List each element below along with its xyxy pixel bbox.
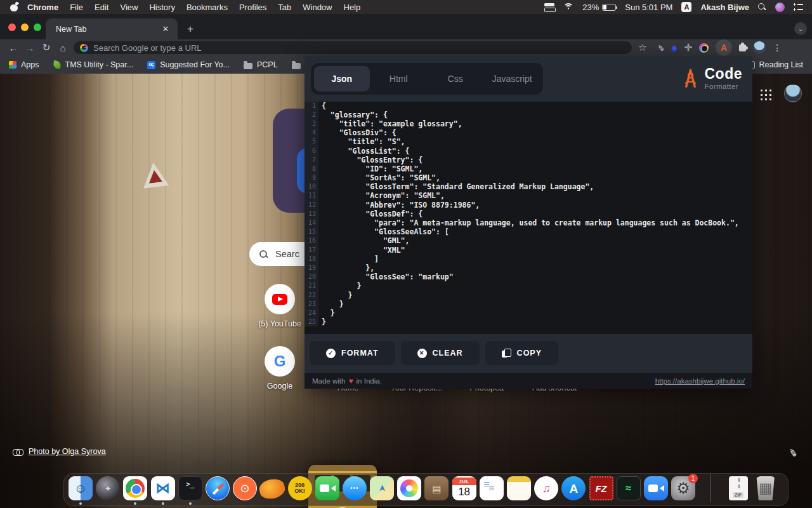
dock-item-chrome[interactable] bbox=[122, 474, 148, 505]
photo-credit-link[interactable]: Photo by Olga Syrova bbox=[29, 447, 106, 456]
window-minimize-button[interactable] bbox=[21, 23, 29, 31]
dock-item-notes[interactable] bbox=[506, 474, 532, 505]
extension-camera-icon[interactable] bbox=[699, 43, 709, 53]
bookmark-apps[interactable]: Apps bbox=[9, 60, 39, 69]
input-source-badge[interactable]: A bbox=[681, 2, 691, 12]
code-text: } bbox=[318, 300, 344, 309]
dock-item-postman[interactable]: ⊙ bbox=[232, 474, 258, 505]
action-button-copy[interactable]: COPY bbox=[485, 341, 558, 365]
dock-item-zeplin[interactable] bbox=[259, 474, 285, 505]
window-zoom-button[interactable] bbox=[34, 23, 41, 31]
extensions-puzzle-icon[interactable] bbox=[739, 44, 746, 51]
window-close-button[interactable] bbox=[8, 23, 16, 31]
menu-item[interactable]: Profiles bbox=[239, 3, 266, 12]
dock-item-facetime[interactable] bbox=[315, 474, 340, 505]
dock-item-music[interactable]: ♫ bbox=[534, 474, 559, 505]
battery-status[interactable]: 23% bbox=[582, 3, 616, 12]
dock-item-trash[interactable]: ▦ bbox=[753, 474, 778, 505]
menu-item[interactable]: Edit bbox=[95, 3, 108, 12]
menu-user-name[interactable]: Akash Bijwe bbox=[700, 3, 749, 12]
dock-item-maps[interactable]: ➤ bbox=[369, 474, 395, 505]
code-line: 7 "GlossEntry": { bbox=[304, 156, 752, 164]
language-tab-json[interactable]: Json bbox=[314, 66, 370, 91]
dock-item-activity-monitor[interactable]: ≈ bbox=[616, 474, 641, 505]
siri-icon[interactable] bbox=[775, 3, 785, 12]
extension-layers-icon[interactable]: ◆ bbox=[671, 44, 677, 51]
wifi-icon[interactable] bbox=[563, 3, 573, 11]
reading-list-label: Reading List bbox=[759, 60, 804, 69]
line-number: 25 bbox=[304, 318, 318, 326]
menu-item[interactable]: File bbox=[70, 3, 83, 12]
shortcut-youtube[interactable]: (5) YouTube bbox=[249, 284, 310, 328]
brand-subtitle: Formatter bbox=[705, 83, 743, 91]
back-button[interactable]: ← bbox=[5, 43, 22, 53]
browser-profile-avatar[interactable] bbox=[753, 41, 766, 54]
dock-app-icon: ≡ bbox=[480, 476, 504, 500]
dock-item-terminal[interactable]: >_ bbox=[178, 474, 203, 505]
menu-item[interactable]: Tab bbox=[278, 3, 291, 12]
code-text: "GlossTerm": "Standard Generalized Marku… bbox=[318, 182, 594, 191]
menu-app-name[interactable]: Chrome bbox=[27, 3, 58, 12]
spotlight-search-icon[interactable] bbox=[758, 3, 766, 11]
dock-item-messages[interactable]: ••• bbox=[342, 474, 367, 505]
apple-menu-icon[interactable] bbox=[10, 3, 18, 11]
new-tab-button[interactable]: + bbox=[183, 22, 198, 37]
dock-item-zip-file[interactable]: ZIP bbox=[726, 474, 751, 505]
dock-item-separator[interactable] bbox=[698, 474, 723, 505]
code-text: { bbox=[318, 102, 326, 110]
action-button-format[interactable]: ✓ FORMAT bbox=[310, 341, 395, 365]
omnibox[interactable]: Search Google or type a URL bbox=[74, 41, 632, 54]
display-status-icon[interactable] bbox=[544, 3, 554, 11]
shortcut-google-label: Google bbox=[249, 382, 310, 391]
dock-item-calendar[interactable]: JUL 18 bbox=[452, 474, 477, 505]
forward-button[interactable]: → bbox=[22, 43, 38, 53]
bookmark-tms-utility[interactable]: TMS Utility - Spar... bbox=[53, 60, 134, 69]
menu-item[interactable]: Help bbox=[344, 3, 361, 12]
dock-item-vscode[interactable]: ⋈ bbox=[150, 474, 176, 505]
home-button[interactable]: ⌂ bbox=[55, 43, 71, 53]
menu-item[interactable]: Window bbox=[303, 3, 332, 12]
dock-item-photos[interactable] bbox=[396, 474, 422, 505]
tab-search-chevron-icon[interactable]: ⌄ bbox=[794, 22, 807, 35]
control-center-icon[interactable] bbox=[794, 3, 803, 11]
battery-icon bbox=[602, 4, 616, 11]
action-button-clear[interactable]: ✕ CLEAR bbox=[401, 341, 480, 365]
language-tab-html[interactable]: Html bbox=[371, 66, 427, 91]
dock-app-icon: ⋈ bbox=[151, 476, 175, 500]
code-text: } bbox=[318, 318, 326, 326]
menu-item[interactable]: Bookmarks bbox=[187, 3, 228, 12]
dock-item-zoom[interactable] bbox=[643, 474, 669, 505]
dock-item-http-200-ok[interactable]: 200 OK! bbox=[287, 474, 313, 505]
dock-item-launchpad[interactable]: ✦ bbox=[95, 474, 121, 505]
dock-item-system-preferences[interactable]: ⚙ 1 bbox=[671, 474, 696, 505]
reload-button[interactable]: ↻ bbox=[38, 42, 55, 53]
language-tab-css[interactable]: Css bbox=[428, 66, 483, 91]
bookmark-pcpl-folder[interactable]: PCPL bbox=[244, 60, 278, 69]
dock-item-contacts[interactable]: ▤ bbox=[424, 474, 449, 505]
menu-item[interactable]: View bbox=[120, 3, 138, 12]
line-number: 17 bbox=[304, 246, 318, 255]
bookmark-star-icon[interactable]: ☆ bbox=[638, 42, 646, 53]
bookmark-suggested-for-you[interactable]: Suggested For Yo... bbox=[147, 60, 230, 69]
ntp-profile-avatar[interactable] bbox=[784, 84, 802, 102]
dock-item-filezilla[interactable]: FZ bbox=[589, 474, 614, 505]
extension-pen-icon[interactable]: ✎ bbox=[656, 44, 666, 51]
dock-item-safari[interactable] bbox=[205, 474, 230, 505]
reading-list-button[interactable]: Reading List bbox=[747, 60, 812, 69]
language-tab-javascript[interactable]: Javascript bbox=[485, 66, 540, 91]
dock-item-finder[interactable]: ☺ bbox=[68, 474, 93, 505]
menu-clock[interactable]: Sun 5:01 PM bbox=[625, 3, 672, 12]
browser-tab-new-tab[interactable]: New Tab ✕ bbox=[46, 18, 178, 39]
google-apps-grid-icon[interactable] bbox=[760, 89, 772, 101]
shortcut-google[interactable]: G Google bbox=[249, 346, 310, 391]
author-link[interactable]: https://akashbijwe.github.io/ bbox=[655, 377, 745, 385]
dock-item-reminders[interactable]: ≡ bbox=[479, 474, 504, 505]
extension-code-formatter-icon[interactable]: A bbox=[716, 39, 732, 56]
dock-item-app-store[interactable]: A bbox=[561, 474, 586, 505]
menu-item[interactable]: History bbox=[149, 3, 174, 12]
extension-move-icon[interactable]: ✛ bbox=[684, 42, 693, 53]
code-editor[interactable]: 1 { 2 "glossary": { 3 "title": "example … bbox=[304, 102, 752, 334]
browser-menu-icon[interactable]: ⋮ bbox=[773, 43, 782, 53]
tab-close-icon[interactable]: ✕ bbox=[160, 23, 171, 35]
dock-app-icon bbox=[644, 476, 668, 500]
